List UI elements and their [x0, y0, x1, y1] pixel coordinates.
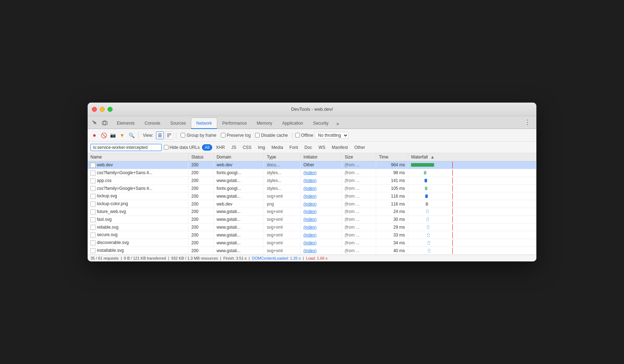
offline-checkbox[interactable]	[295, 133, 300, 137]
filter-css-button[interactable]: CSS	[240, 144, 254, 151]
screenshot-button[interactable]: 📷	[109, 131, 117, 139]
tab-memory[interactable]: Memory	[252, 118, 277, 129]
group-by-frame-toggle[interactable]: Group by frame	[181, 133, 216, 138]
offline-toggle[interactable]: Offline	[295, 133, 313, 138]
cell-initiator[interactable]: (index)	[301, 177, 342, 184]
filter-js-button[interactable]: JS	[228, 144, 239, 151]
filter-img-button[interactable]: Img	[255, 144, 268, 151]
disable-cache-checkbox[interactable]	[255, 133, 260, 137]
waterfall-bar	[428, 241, 430, 245]
close-button[interactable]	[92, 107, 97, 112]
cell-type: svg+xml	[264, 192, 301, 200]
cell-name[interactable]: web.dev	[88, 161, 188, 169]
cell-name[interactable]: css?family=Google+Sans:4...	[88, 184, 188, 192]
cell-initiator[interactable]: (index)	[301, 239, 342, 247]
svg-rect-5	[167, 134, 169, 135]
file-icon	[90, 163, 95, 168]
table-row[interactable]: lockup-color.png200web.devpng(index)(fro…	[88, 200, 536, 208]
cell-initiator[interactable]: (index)	[301, 223, 342, 231]
table-row[interactable]: discoverable.svg200www.gstati...svg+xml(…	[88, 239, 536, 247]
col-name[interactable]: Name	[88, 153, 188, 161]
preserve-log-toggle[interactable]: Preserve log	[221, 133, 251, 138]
group-by-frame-checkbox[interactable]	[181, 133, 185, 137]
table-row[interactable]: installable.svg200www.gstati...svg+xml(i…	[88, 247, 536, 255]
table-row[interactable]: css?family=Google+Sans:4...200fonts.goog…	[88, 184, 536, 192]
cell-status: 200	[188, 184, 214, 192]
col-waterfall[interactable]: Waterfall ▲	[408, 153, 536, 161]
cell-initiator[interactable]: (index)	[301, 215, 342, 223]
cell-name[interactable]: fast.svg	[88, 215, 188, 223]
grouped-view-button[interactable]	[165, 131, 173, 139]
svg-rect-6	[170, 134, 171, 135]
throttle-select[interactable]: No throttling Slow 3G Fast 3G	[315, 132, 349, 139]
table-row[interactable]: app.css200www.gstati...styles...(index)(…	[88, 177, 536, 184]
cell-initiator[interactable]: (index)	[301, 169, 342, 177]
cell-initiator[interactable]: (index)	[301, 200, 342, 208]
filter-button[interactable]: ▼	[118, 131, 126, 139]
filter-input[interactable]	[90, 144, 162, 151]
tab-performance[interactable]: Performance	[217, 118, 252, 129]
clear-button[interactable]: 🚫	[100, 131, 108, 139]
filter-font-button[interactable]: Font	[287, 144, 301, 151]
tab-elements[interactable]: Elements	[112, 118, 140, 129]
search-button[interactable]: 🔍	[128, 131, 135, 139]
table-row[interactable]: css?family=Google+Sans:4...200fonts.goog…	[88, 169, 536, 177]
cell-name[interactable]: future_web.svg	[88, 208, 188, 216]
cell-waterfall	[408, 231, 536, 239]
cell-name[interactable]: reliable.svg	[88, 223, 188, 231]
cell-initiator[interactable]: (index)	[301, 208, 342, 216]
filter-doc-button[interactable]: Doc	[302, 144, 315, 151]
filter-xhr-button[interactable]: XHR	[213, 144, 228, 151]
maximize-button[interactable]	[108, 107, 113, 112]
cell-name[interactable]: lockup.svg	[88, 192, 188, 200]
cell-name[interactable]: app.css	[88, 177, 188, 184]
table-row[interactable]: reliable.svg200www.gstati...svg+xml(inde…	[88, 223, 536, 231]
devtools-menu-button[interactable]: ⋮	[521, 116, 534, 129]
cell-name[interactable]: discoverable.svg	[88, 239, 188, 247]
col-initiator[interactable]: Initiator	[301, 153, 342, 161]
cell-type: styles...	[264, 169, 301, 177]
table-row[interactable]: future_web.svg200www.gstati...svg+xml(in…	[88, 208, 536, 216]
col-time[interactable]: Time	[376, 153, 408, 161]
tab-application[interactable]: Application	[277, 118, 308, 129]
inspect-icon[interactable]	[90, 119, 99, 127]
filter-ws-button[interactable]: WS	[316, 144, 328, 151]
tab-sources[interactable]: Sources	[165, 118, 191, 129]
cell-initiator[interactable]: (index)	[301, 247, 342, 255]
minimize-button[interactable]	[100, 107, 105, 112]
network-table-container[interactable]: Name Status Domain Type Initiator Size T…	[88, 153, 536, 255]
tab-security[interactable]: Security	[308, 118, 333, 129]
cell-initiator[interactable]: (index)	[301, 192, 342, 200]
filter-media-button[interactable]: Media	[269, 144, 286, 151]
hide-data-urls-checkbox[interactable]	[164, 145, 168, 150]
cell-name[interactable]: secure.svg	[88, 231, 188, 239]
disable-cache-toggle[interactable]: Disable cache	[255, 133, 288, 138]
filter-other-button[interactable]: Other	[352, 144, 368, 151]
svg-rect-7	[167, 136, 169, 137]
cell-name[interactable]: installable.svg	[88, 247, 188, 255]
record-button[interactable]: ●	[90, 131, 98, 139]
cell-initiator[interactable]: Other	[301, 161, 342, 169]
cell-initiator[interactable]: (index)	[301, 231, 342, 239]
table-row[interactable]: lockup.svg200www.gstati...svg+xml(index)…	[88, 192, 536, 200]
table-row[interactable]: web.dev200web.devdocu...Other(from ...96…	[88, 161, 536, 169]
cell-name[interactable]: lockup-color.png	[88, 200, 188, 208]
filter-all-button[interactable]: All	[202, 144, 212, 151]
tab-console[interactable]: Console	[140, 118, 165, 129]
col-domain[interactable]: Domain	[213, 153, 264, 161]
waterfall-bar	[426, 210, 428, 213]
col-size[interactable]: Size	[342, 153, 376, 161]
preserve-log-checkbox[interactable]	[221, 133, 225, 137]
more-tabs-button[interactable]: »	[333, 119, 342, 129]
cell-initiator[interactable]: (index)	[301, 184, 342, 192]
hide-data-urls-toggle[interactable]: Hide data URLs	[164, 145, 200, 150]
tab-network[interactable]: Network	[191, 118, 217, 129]
cell-name[interactable]: css?family=Google+Sans:4...	[88, 169, 188, 177]
device-toggle-icon[interactable]	[100, 119, 109, 127]
col-type[interactable]: Type	[264, 153, 301, 161]
table-row[interactable]: fast.svg200www.gstati...svg+xml(index)(f…	[88, 215, 536, 223]
col-status[interactable]: Status	[188, 153, 214, 161]
list-view-button[interactable]	[156, 131, 164, 139]
table-row[interactable]: secure.svg200www.gstati...svg+xml(index)…	[88, 231, 536, 239]
filter-manifest-button[interactable]: Manifest	[329, 144, 351, 151]
